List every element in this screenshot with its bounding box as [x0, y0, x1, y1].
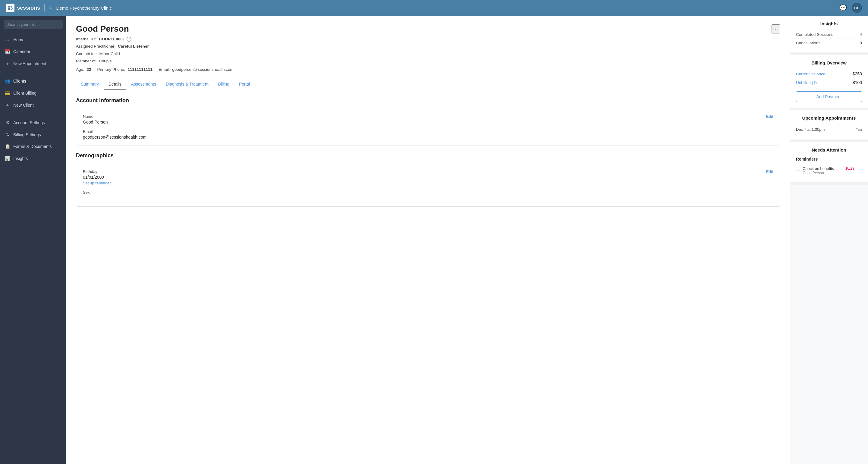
cancellations-row: Cancellations 0: [796, 39, 862, 47]
sidebar-item-calendar-label: Calendar: [13, 49, 30, 54]
info-icon[interactable]: i: [127, 37, 131, 41]
appointment-who: You: [856, 127, 862, 132]
email-value: goodperson@sessionshealth.com: [172, 67, 234, 72]
sidebar-item-client-billing-label: Client Billing: [13, 91, 36, 95]
tab-portal[interactable]: Portal: [234, 79, 255, 90]
chat-icon[interactable]: 💬: [839, 4, 847, 11]
completed-sessions-row: Completed Sessions 4: [796, 30, 862, 39]
svg-rect-2: [8, 8, 10, 10]
add-payment-button[interactable]: Add Payment: [796, 91, 862, 102]
account-info-edit-link[interactable]: Edit: [766, 114, 773, 119]
email-label: Email:: [158, 67, 170, 72]
reminder-label: Check on benefits: [803, 166, 843, 171]
cancellations-label: Cancellations: [796, 41, 820, 45]
demographics-card-header: Birthday 01/01/2000 Set up reminder Sex …: [83, 169, 773, 200]
unbilled-label[interactable]: Unbilled (1): [796, 81, 817, 85]
unbilled-row: Unbilled (1) $100: [796, 78, 862, 87]
account-info-card-header: Name Good Person Email goodperson@sessio…: [83, 114, 773, 140]
main-content: Good Person ··· Internal ID: COUPLE0001 …: [66, 16, 789, 464]
insights-title: Insights: [796, 21, 862, 26]
menu-toggle-icon[interactable]: ≡: [49, 5, 52, 11]
client-id-row: Internal ID: COUPLE0001 i: [76, 36, 780, 43]
home-icon: ⌂: [5, 37, 10, 42]
member-value: Couple: [99, 59, 112, 63]
insights-icon: 📊: [5, 156, 10, 161]
sidebar-item-insights[interactable]: 📊 Insights: [0, 153, 66, 164]
phone-section: Primary Phone: 11111111111: [97, 66, 153, 73]
appointment-date: Dec 7 at 1:30pm: [796, 127, 825, 132]
topnav-right: 💬 CL: [839, 3, 862, 13]
sidebar-item-home-label: Home: [13, 37, 24, 42]
tab-assessments[interactable]: Assessments: [126, 79, 161, 90]
tab-details[interactable]: Details: [104, 79, 126, 90]
sidebar-item-home[interactable]: ⌂ Home: [0, 34, 66, 45]
sidebar-item-clients[interactable]: 👥 Clients: [0, 75, 66, 87]
contact-label: Contact for:: [76, 52, 97, 56]
sidebar-item-forms-documents[interactable]: 📋 Forms & Documents: [0, 141, 66, 152]
tab-billing[interactable]: Billing: [213, 79, 234, 90]
sidebar-item-clients-label: Clients: [13, 79, 26, 84]
needs-attention-title: Needs Attention: [796, 147, 862, 152]
completed-sessions-label: Completed Sessions: [796, 32, 833, 37]
birthday-field-row: Birthday 01/01/2000 Set up reminder: [83, 169, 111, 185]
billing-overview-section: Billing Overview Current Balance $250 Un…: [790, 55, 868, 110]
calendar-icon: 📅: [5, 49, 10, 54]
app-logo[interactable]: Demo Psychotherapy Clinic sessions: [6, 4, 40, 12]
logo-icon: [6, 4, 14, 12]
practitioner-row: Assigned Practitioner: Careful Listener: [76, 43, 780, 50]
sidebar-item-account-settings[interactable]: ⚙ Account Settings: [0, 117, 66, 128]
plus-icon-appointment: +: [5, 61, 10, 66]
sex-field-label: Sex: [83, 190, 111, 195]
age-label: Age:: [76, 67, 84, 72]
cancellations-value: 0: [860, 41, 862, 45]
reminder-checkbox[interactable]: [796, 166, 800, 171]
tab-diagnosis[interactable]: Diagnosis & Treatment: [161, 79, 213, 90]
clients-icon: 👥: [5, 78, 10, 84]
topnav-left: Demo Psychotherapy Clinic sessions ≡ Dem…: [6, 4, 112, 12]
demographics-edit-link[interactable]: Edit: [766, 169, 773, 174]
sidebar-item-new-client[interactable]: + New Client: [0, 99, 66, 111]
reminders-heading: Reminders: [796, 157, 862, 161]
practitioner-value: Careful Listener: [118, 44, 149, 49]
birthday-field-value: 01/01/2000: [83, 175, 111, 180]
tab-summary[interactable]: Summary: [76, 79, 104, 90]
user-avatar[interactable]: CL: [852, 3, 862, 13]
current-balance-value: $250: [852, 71, 862, 76]
sidebar: ⌂ Home 📅 Calendar + New Appointment 👥 Cl…: [0, 16, 66, 464]
settings-icon: ⚙: [5, 120, 10, 125]
client-meta: Internal ID: COUPLE0001 i Assigned Pract…: [76, 36, 780, 73]
setup-reminder-link[interactable]: Set up reminder: [83, 181, 111, 185]
client-meta-inline: Age: 22 Primary Phone: 11111111111 Email…: [76, 66, 780, 73]
billing-overview-title: Billing Overview: [796, 60, 862, 65]
phone-value: 11111111111: [127, 67, 153, 72]
search-input[interactable]: [4, 20, 63, 29]
birthday-field-label: Birthday: [83, 169, 111, 174]
demographics-title: Demographics: [76, 152, 780, 159]
phone-label: Primary Phone:: [97, 67, 125, 72]
sidebar-item-new-client-label: New Client: [13, 103, 34, 107]
contact-row: Contact for: Minor Child: [76, 50, 780, 58]
sidebar-item-account-settings-label: Account Settings: [13, 120, 45, 125]
sidebar-item-new-appointment[interactable]: + New Appointment: [0, 58, 66, 69]
current-balance-label[interactable]: Current Balance: [796, 72, 826, 76]
demographics-fields: Birthday 01/01/2000 Set up reminder Sex …: [83, 169, 111, 200]
nav-divider: [44, 4, 44, 11]
contact-value: Minor Child: [99, 52, 120, 56]
client-tabs: Summary Details Assessments Diagnosis & …: [66, 79, 789, 90]
sidebar-item-client-billing[interactable]: 💳 Client Billing: [0, 87, 66, 99]
unbilled-value: $100: [852, 80, 862, 85]
client-name: Good Person: [76, 24, 129, 34]
reminder-item: Check on benefits Good Person 10/29 ···: [796, 164, 862, 177]
sidebar-item-billing-settings[interactable]: 🗂 Billing Settings: [0, 129, 66, 140]
sidebar-item-calendar[interactable]: 📅 Calendar: [0, 46, 66, 57]
email-field-value: goodperson@sessionshealth.com: [83, 135, 147, 140]
tab-content: Account Information Name Good Person Ema…: [66, 90, 789, 223]
sidebar-item-forms-documents-label: Forms & Documents: [13, 144, 52, 149]
name-field-label: Name: [83, 114, 147, 119]
account-info-fields: Name Good Person Email goodperson@sessio…: [83, 114, 147, 140]
reminder-more-icon[interactable]: ···: [858, 166, 862, 172]
member-row: Member of: Couple: [76, 58, 780, 65]
client-more-button[interactable]: ···: [772, 24, 780, 33]
clinic-name: Demo Psychotherapy Clinic: [56, 5, 112, 10]
reminder-date: 10/29: [845, 166, 855, 171]
